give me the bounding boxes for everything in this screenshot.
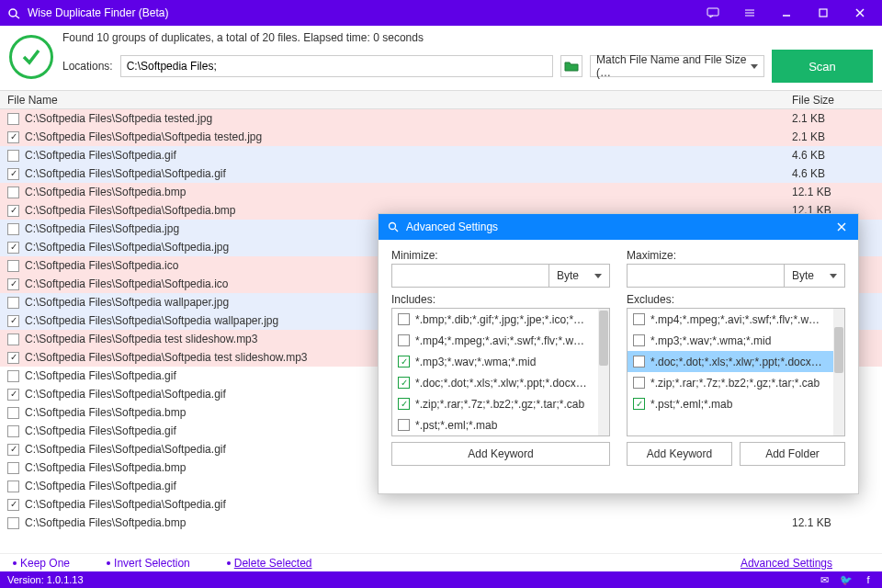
includes-listbox[interactable]: *.bmp;*.dib;*.gif;*.jpg;*.jpe;*.ico;*…*.… [391, 308, 610, 436]
row-checkbox[interactable] [7, 242, 19, 254]
table-row[interactable]: C:\Softpedia Files\Softpedia.bmp12.1 KB [0, 514, 882, 532]
list-item-text: *.doc;*.dot;*.xls;*.xlw;*.ppt;*.docx… [415, 377, 593, 390]
list-checkbox[interactable] [398, 377, 410, 389]
row-checkbox[interactable] [7, 113, 19, 125]
list-item-text: *.pst;*.eml;*.mab [650, 398, 828, 411]
close-button[interactable] [842, 0, 878, 26]
chevron-down-icon [594, 274, 602, 278]
row-checkbox[interactable] [7, 297, 19, 309]
excludes-label: Excludes: [627, 293, 845, 306]
row-checkbox[interactable] [7, 260, 19, 272]
row-checkbox[interactable] [7, 150, 19, 162]
row-checkbox[interactable] [7, 389, 19, 401]
menu-button[interactable] [731, 0, 768, 26]
table-row[interactable]: C:\Softpedia Files\Softpedia.bmp12.1 KB [0, 183, 882, 201]
table-row[interactable]: C:\Softpedia Files\Softpedia tested.jpg2… [0, 109, 882, 128]
status-check-icon [9, 35, 53, 79]
row-checkbox[interactable] [7, 334, 19, 345]
list-checkbox[interactable] [398, 313, 410, 325]
keep-one-link[interactable]: Keep One [13, 557, 70, 570]
match-mode-select[interactable]: Match File Name and File Size (… [590, 55, 764, 77]
maximize-unit-select[interactable]: Byte [785, 264, 845, 288]
list-item[interactable]: *.mp3;*.wav;*.wma;*.mid [392, 351, 598, 372]
excludes-add-keyword-button[interactable]: Add Keyword [627, 442, 732, 466]
column-filesize[interactable]: File Size [792, 94, 875, 107]
list-checkbox[interactable] [633, 377, 645, 389]
row-filesize: 4.6 KB [792, 149, 875, 162]
list-checkbox[interactable] [398, 398, 410, 410]
app-title: Wise Duplicate Finder (Beta) [28, 6, 168, 19]
maximize-input[interactable] [627, 264, 785, 288]
row-checkbox[interactable] [7, 205, 19, 217]
status-text: Found 10 groups of duplicates, a total o… [62, 31, 873, 44]
svg-rect-7 [820, 9, 827, 17]
titlebar: Wise Duplicate Finder (Beta) [0, 0, 882, 26]
row-filesize: 4.6 KB [792, 167, 875, 180]
list-item[interactable]: *.doc;*.dot;*.xls;*.xlw;*.ppt;*.docx… [392, 372, 598, 393]
table-row[interactable]: C:\Softpedia Files\Softpedia\Softpedia.g… [0, 164, 882, 183]
excludes-add-folder-button[interactable]: Add Folder [740, 442, 845, 466]
list-item[interactable]: *.bmp;*.dib;*.gif;*.jpg;*.jpe;*.ico;*… [392, 309, 598, 330]
row-checkbox[interactable] [7, 499, 19, 511]
row-checkbox[interactable] [7, 370, 19, 382]
dialog-close-button[interactable] [832, 221, 851, 232]
minimize-unit-select[interactable]: Byte [549, 264, 610, 288]
list-checkbox[interactable] [398, 334, 410, 346]
list-item[interactable]: *.doc;*.dot;*.xls;*.xlw;*.ppt;*.docx… [628, 351, 833, 372]
minimize-input[interactable] [391, 264, 549, 288]
scan-button[interactable]: Scan [772, 50, 873, 83]
invert-selection-link[interactable]: Invert Selection [107, 557, 190, 570]
list-item[interactable]: *.mp4;*.mpeg;*.avi;*.swf;*.flv;*.w… [392, 330, 598, 351]
list-checkbox[interactable] [633, 334, 645, 346]
list-checkbox[interactable] [633, 356, 645, 368]
table-row[interactable]: C:\Softpedia Files\Softpedia\Softpedia t… [0, 128, 882, 146]
row-checkbox[interactable] [7, 481, 19, 492]
twitter-icon[interactable]: 🐦 [840, 574, 853, 586]
list-item-text: *.mp3;*.wav;*.wma;*.mid [415, 356, 593, 368]
list-checkbox[interactable] [398, 419, 410, 431]
row-checkbox[interactable] [7, 407, 19, 419]
scrollbar[interactable] [598, 309, 609, 435]
row-checkbox[interactable] [7, 278, 19, 290]
table-row[interactable]: C:\Softpedia Files\Softpedia.gif4.6 KB [0, 146, 882, 164]
includes-add-keyword-button[interactable]: Add Keyword [391, 442, 610, 466]
scrollbar-thumb[interactable] [599, 311, 608, 366]
list-item[interactable]: *.pst;*.eml;*.mab [628, 393, 833, 414]
row-checkbox[interactable] [7, 315, 19, 327]
advanced-settings-link[interactable]: Advanced Settings [741, 557, 832, 570]
row-checkbox[interactable] [7, 425, 19, 437]
list-checkbox[interactable] [398, 356, 410, 368]
list-item[interactable]: *.zip;*.rar;*.7z;*.bz2;*.gz;*.tar;*.cab [392, 393, 598, 414]
row-checkbox[interactable] [7, 131, 19, 143]
list-checkbox[interactable] [633, 313, 645, 325]
column-filename[interactable]: File Name [7, 94, 792, 107]
locations-label: Locations: [62, 60, 113, 73]
list-item[interactable]: *.mp3;*.wav;*.wma;*.mid [628, 330, 833, 351]
row-checkbox[interactable] [7, 462, 19, 474]
excludes-listbox[interactable]: *.mp4;*.mpeg;*.avi;*.swf;*.flv;*.w…*.mp3… [627, 308, 845, 436]
mail-icon[interactable]: ✉ [818, 574, 831, 586]
row-filesize: 12.1 KB [792, 516, 875, 529]
browse-folder-button[interactable] [560, 55, 582, 77]
row-checkbox[interactable] [7, 517, 19, 529]
list-item[interactable]: *.zip;*.rar;*.7z;*.bz2;*.gz;*.tar;*.cab [628, 372, 833, 393]
row-checkbox[interactable] [7, 187, 19, 198]
row-checkbox[interactable] [7, 444, 19, 456]
maximize-button[interactable] [805, 0, 842, 26]
row-checkbox[interactable] [7, 168, 19, 180]
list-checkbox[interactable] [633, 398, 645, 410]
row-checkbox[interactable] [7, 352, 19, 364]
scrollbar-thumb[interactable] [834, 327, 843, 373]
delete-selected-link[interactable]: Delete Selected [227, 557, 312, 570]
feedback-button[interactable] [695, 0, 731, 26]
dialog-titlebar[interactable]: Advanced Settings [379, 214, 858, 240]
list-item[interactable]: *.pst;*.eml;*.mab [392, 414, 598, 435]
row-filesize: 2.1 KB [792, 130, 875, 143]
table-row[interactable]: C:\Softpedia Files\Softpedia\Softpedia.g… [0, 495, 882, 514]
scrollbar[interactable] [833, 309, 844, 435]
row-checkbox[interactable] [7, 223, 19, 235]
minimize-button[interactable] [768, 0, 805, 26]
list-item[interactable]: *.mp4;*.mpeg;*.avi;*.swf;*.flv;*.w… [628, 309, 833, 330]
locations-input[interactable] [120, 55, 553, 77]
facebook-icon[interactable]: f [862, 574, 875, 586]
